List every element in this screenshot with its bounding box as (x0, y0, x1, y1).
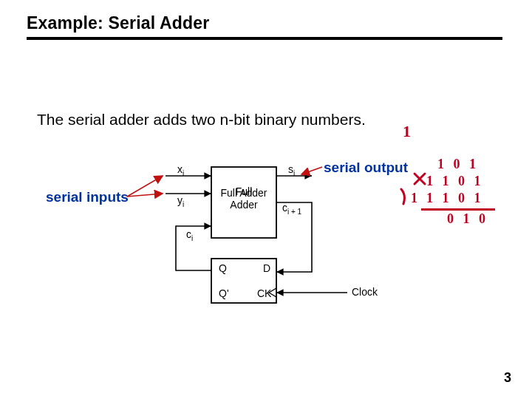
page-number: 3 (504, 370, 511, 386)
label-ci: ci (186, 228, 193, 242)
full-adder-line1: Full (236, 185, 253, 197)
label-clock: Clock (352, 286, 378, 298)
hand-sum: 0 1 0 (447, 211, 488, 227)
label-ci1: ci + 1 (282, 202, 302, 216)
page-title: Example: Serial Adder (27, 13, 210, 33)
hand-rule-icon (421, 208, 495, 211)
arrow-output-to-si (301, 167, 322, 174)
label-si: si (288, 163, 295, 177)
hand-tick-icon (399, 188, 415, 211)
label-yi: yi (177, 194, 184, 208)
label-q: Q (219, 262, 227, 274)
hand-num1: 1 0 1 (437, 157, 479, 172)
wire-q-to-ci (176, 226, 211, 270)
hand-one: 1 (403, 122, 414, 141)
body-text: The serial adder adds two n-bit binary n… (37, 111, 366, 129)
label-xi: xi (177, 163, 184, 177)
label-qb: Q' (219, 287, 229, 299)
slide: Example: Serial Adder The serial adder a… (0, 0, 532, 399)
label-d: D (263, 262, 270, 274)
title-rule (27, 37, 502, 40)
hand-num3: 1 1 0 1 (426, 191, 484, 206)
full-adder-line2: Adder (230, 199, 258, 211)
diagram: Full Adder Full Adder xi yi si ci + 1 (118, 155, 399, 325)
label-serial-inputs: serial inputs (46, 189, 129, 205)
hand-num2: 1 1 0 1 (426, 174, 484, 189)
